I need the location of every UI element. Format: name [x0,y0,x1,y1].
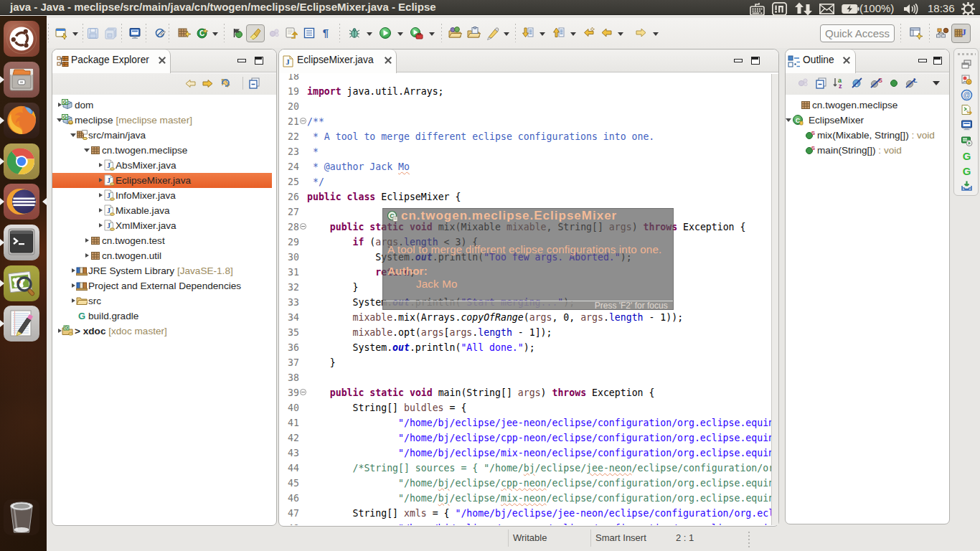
svg-text:J: J [107,222,110,230]
svg-text:J: J [286,57,290,66]
svg-text:G: G [63,100,67,105]
svg-text:@: @ [963,91,970,99]
svg-text:G: G [78,311,85,321]
svg-text:J: J [961,27,966,37]
svg-text:S: S [811,145,816,151]
svg-text:S: S [811,130,816,136]
svg-text:G: G [63,115,67,120]
svg-text:G: G [963,150,971,162]
svg-text:G: G [65,325,68,330]
svg-text:J: J [107,207,110,215]
svg-text:J: J [107,192,110,199]
svg-text:J: J [107,176,110,184]
svg-text:z: z [839,83,842,90]
svg-text:G: G [963,165,971,177]
svg-text:J: J [107,161,110,169]
